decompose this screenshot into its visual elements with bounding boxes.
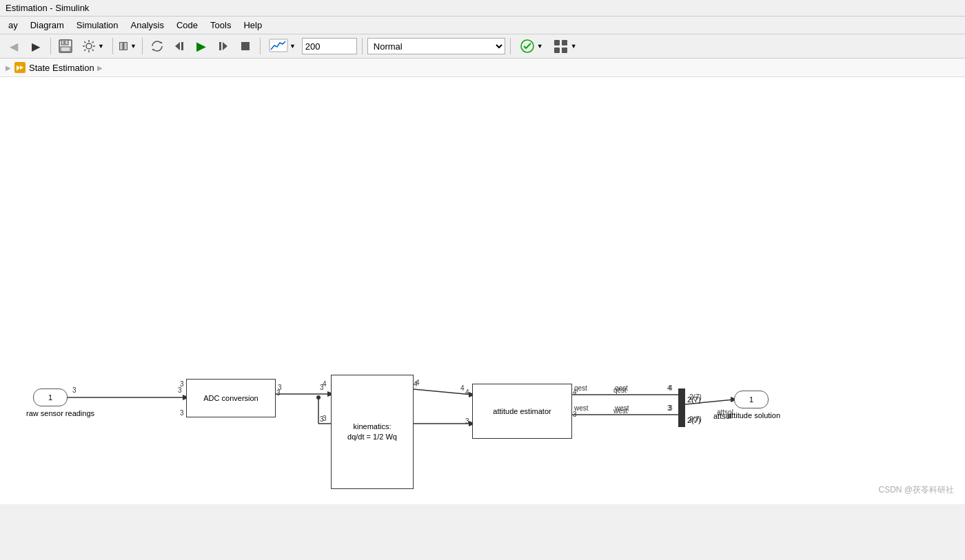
step-back-button[interactable] [170, 37, 189, 56]
library-dropdown-arrow: ▼ [130, 43, 136, 50]
att-in-port-4: 4 [465, 388, 469, 396]
menu-help[interactable]: Help [238, 18, 267, 32]
kinematics-block[interactable]: kinematics: dq/dt = 1/2 Wq [331, 375, 414, 489]
inport-raw-sensor[interactable]: 1 [33, 388, 68, 406]
adc-in-port-3b: 3 [180, 409, 184, 417]
signal-lines: 3 3 3 3 w 3 4 4 qest 4 west 3 [0, 77, 965, 504]
library-icon [119, 39, 130, 54]
menu-diagram[interactable]: Diagram [25, 18, 70, 32]
svg-line-38 [414, 389, 472, 395]
window-title: Estimation - Simulink [6, 3, 89, 13]
canvas: 3 3 3 3 w 3 4 4 qest 4 west 3 [0, 77, 965, 504]
inport-sublabel: raw sensor readings [26, 409, 94, 417]
diagnostics-dropdown-arrow: ▼ [537, 43, 543, 50]
save-button[interactable] [56, 37, 75, 56]
update-button[interactable] [148, 37, 167, 56]
menu-code[interactable]: Code [171, 18, 203, 32]
forward-button[interactable]: ▶ [26, 37, 45, 56]
svg-marker-9 [161, 41, 163, 43]
svg-rect-2 [61, 47, 70, 52]
check-icon [519, 39, 536, 54]
kin-out-port-4: 4 [414, 380, 418, 388]
menu-ay[interactable]: ay [3, 18, 23, 32]
mux-block[interactable] [678, 388, 685, 427]
svg-rect-20 [554, 48, 560, 53]
stop-icon [238, 39, 253, 54]
sim-mode-select[interactable]: Normal Accelerator Rapid Accelerator [367, 38, 505, 54]
adc-out-port-3: 3 [276, 389, 281, 397]
blocks-dropdown-arrow: ▼ [571, 43, 577, 50]
kin-in-port-3: 3 [323, 415, 327, 422]
step-forward-button[interactable] [214, 37, 233, 56]
adc-in-port-3: 3 [180, 380, 184, 388]
svg-marker-13 [223, 42, 227, 50]
toolbar-sep-6 [510, 38, 511, 54]
outport-label: 1 [749, 395, 753, 404]
blocks-icon [553, 39, 569, 54]
svg-text:3: 3 [72, 386, 77, 394]
toolbar-sep-1 [50, 38, 51, 54]
stop-button[interactable] [236, 37, 255, 56]
svg-text:3: 3 [669, 404, 673, 412]
svg-rect-5 [119, 43, 123, 50]
sig-label-qest-mid: qest [613, 386, 627, 394]
kinematics-label-2: dq/dt = 1/2 Wq [347, 433, 397, 441]
svg-text:3: 3 [667, 404, 671, 412]
toolbar-sep-2 [112, 38, 113, 54]
attitude-estimator-block[interactable]: attitude estimator [472, 384, 572, 439]
outport-attitude[interactable]: 1 [734, 391, 769, 408]
svg-rect-15 [241, 42, 250, 50]
blocks-button[interactable]: ▼ [549, 37, 580, 56]
toolbar-sep-4 [260, 38, 261, 54]
diagnostics-button[interactable]: ▼ [516, 37, 547, 56]
svg-rect-19 [562, 40, 567, 45]
watermark: CSDN @茯苓科研社 [878, 484, 954, 496]
att-est-label: attitude estimator [493, 407, 551, 415]
scope-dropdown-arrow: ▼ [290, 43, 296, 50]
sig-label-west-mid: west [613, 407, 628, 415]
mux-output-label: 2(7) [687, 395, 701, 404]
back-button[interactable]: ◀ [4, 37, 23, 56]
svg-marker-11 [175, 42, 180, 50]
svg-text:4: 4 [669, 384, 673, 392]
kinematics-label-1: kinematics: [353, 422, 391, 431]
library-browser-button[interactable]: ▼ [118, 37, 137, 56]
svg-rect-3 [63, 41, 65, 44]
breadcrumb-bar: ▶ State Estimation ▶ [0, 59, 965, 77]
settings-icon [81, 39, 96, 54]
simulink-logo [14, 61, 26, 74]
kin-in-port-4: 4 [323, 380, 327, 388]
scope-icon [269, 39, 288, 54]
toolbar-sep-5 [362, 38, 363, 54]
svg-text:4: 4 [667, 384, 671, 392]
att-out-port-4: 4 [573, 388, 577, 396]
svg-rect-14 [219, 42, 221, 50]
settings-dropdown-arrow: ▼ [98, 43, 104, 50]
breadcrumb-forward-arrow: ▶ [97, 64, 103, 72]
svg-point-4 [86, 43, 92, 49]
svg-rect-6 [124, 43, 128, 50]
menu-analysis[interactable]: Analysis [125, 18, 170, 32]
svg-rect-12 [181, 42, 183, 50]
title-bar: Estimation - Simulink [0, 0, 965, 17]
adc-block-label: ADC conversion [203, 394, 258, 402]
toolbar: ◀ ▶ ▼ ▼ [0, 34, 965, 59]
step-forward-icon [216, 39, 231, 54]
att-in-port-3: 3 [465, 417, 469, 425]
outport-sublabel: attitude solution [727, 411, 780, 419]
menu-tools[interactable]: Tools [205, 18, 236, 32]
save-icon [58, 39, 73, 54]
inport-label: 1 [48, 393, 52, 402]
scope-button[interactable]: ▼ [265, 37, 299, 56]
adc-conversion-block[interactable]: ADC conversion [186, 379, 276, 417]
breadcrumb-back-arrow[interactable]: ▶ [6, 64, 11, 72]
sim-time-input[interactable] [302, 38, 357, 54]
menu-simulation[interactable]: Simulation [71, 18, 124, 32]
update-icon [150, 39, 165, 54]
step-back-icon [172, 39, 187, 54]
play-button[interactable]: ▶ [192, 37, 211, 56]
svg-marker-10 [152, 49, 154, 51]
breadcrumb-path[interactable]: State Estimation [29, 63, 94, 73]
toolbar-sep-3 [142, 38, 143, 54]
settings-dropdown[interactable]: ▼ [78, 37, 108, 56]
